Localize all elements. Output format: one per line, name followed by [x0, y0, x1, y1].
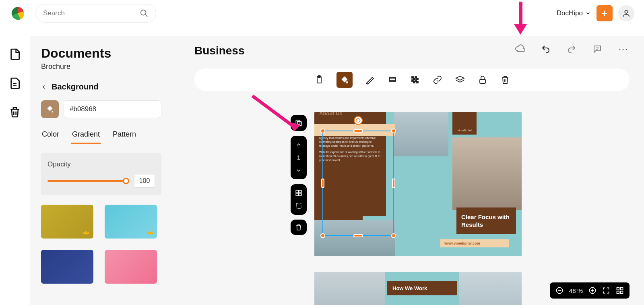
svg-line-37: [252, 96, 293, 126]
svg-rect-45: [621, 288, 623, 290]
background-back-button[interactable]: Background: [41, 82, 161, 91]
opacity-slider[interactable]: [47, 180, 128, 182]
account-avatar-button[interactable]: [618, 5, 634, 21]
zoom-level[interactable]: 48 %: [569, 287, 583, 294]
undo-icon[interactable]: [541, 44, 551, 54]
svg-line-2: [145, 15, 148, 17]
sidepanel-title: Documents: [41, 46, 161, 61]
resize-handle-n[interactable]: [353, 129, 363, 133]
crown-icon: [147, 230, 154, 235]
trash-icon: [295, 224, 302, 231]
background-color-chip[interactable]: [41, 100, 59, 118]
resize-handle-s[interactable]: [353, 234, 363, 237]
canvas-page-1[interactable]: About Us From an innovative app agency, …: [314, 112, 522, 256]
delete-button[interactable]: [500, 75, 510, 85]
brand-url: www.vinedigital.com: [440, 239, 509, 247]
sidepanel-subtitle: Brochure: [41, 62, 161, 71]
search-input-wrapper: [35, 4, 156, 23]
user-icon: [622, 9, 631, 18]
page-number: 1: [294, 153, 303, 162]
svg-point-10: [52, 111, 54, 113]
border-button[interactable]: [387, 75, 398, 85]
left-rail: [0, 36, 30, 305]
more-actions-icon[interactable]: ⋯: [618, 44, 630, 55]
resize-handle-w[interactable]: [321, 178, 324, 188]
workspace-switcher[interactable]: DocHipo: [557, 9, 591, 17]
rotate-handle[interactable]: [354, 116, 363, 125]
chevron-left-icon: [41, 84, 47, 90]
page-delete-button[interactable]: [291, 220, 307, 235]
tab-gradient[interactable]: Gradient: [71, 130, 101, 144]
selection-box[interactable]: [322, 131, 394, 236]
page-navigator: 1: [291, 136, 307, 179]
templates-icon[interactable]: [8, 77, 21, 89]
resize-handle-nw[interactable]: [320, 129, 325, 133]
gradient-swatch[interactable]: [105, 250, 157, 284]
grid-icon[interactable]: [294, 188, 303, 198]
layers-button[interactable]: [455, 75, 465, 85]
placeholder-image: [394, 112, 448, 156]
grid-view-button[interactable]: [616, 286, 624, 295]
cloud-sync-icon[interactable]: [515, 44, 525, 54]
gradient-swatch[interactable]: [41, 250, 93, 284]
new-document-button[interactable]: [597, 5, 613, 21]
resize-handle-ne[interactable]: [391, 129, 396, 133]
app-logo: [10, 5, 26, 21]
page-next-button[interactable]: [294, 166, 303, 175]
svg-rect-44: [617, 288, 619, 290]
svg-point-5: [625, 10, 627, 13]
svg-rect-32: [296, 190, 298, 193]
trash-icon[interactable]: [8, 106, 21, 118]
svg-marker-38: [288, 122, 301, 131]
placeholder-image: [452, 137, 522, 210]
brand-badge: vinedigital: [452, 112, 477, 135]
lock-button[interactable]: [477, 75, 488, 85]
fullscreen-button[interactable]: [602, 286, 610, 295]
svg-rect-36: [296, 203, 301, 208]
opacity-slider-knob[interactable]: [123, 178, 129, 184]
resize-handle-se[interactable]: [391, 233, 396, 238]
zoom-toolbar: 48 %: [550, 282, 630, 299]
annotation-arrow-diagonal: [249, 93, 305, 137]
canvas-actions: ⋯: [515, 44, 630, 55]
link-button[interactable]: [432, 75, 443, 85]
gradient-swatch[interactable]: [105, 205, 157, 239]
comment-icon[interactable]: [592, 44, 602, 54]
svg-rect-33: [299, 190, 301, 193]
gradient-swatch[interactable]: [41, 205, 93, 239]
svg-rect-17: [390, 78, 395, 81]
opacity-button[interactable]: [410, 75, 420, 85]
background-hex-input[interactable]: #b08968: [64, 100, 161, 118]
fill-color-button[interactable]: [336, 72, 353, 88]
gradient-swatch-grid: [41, 205, 161, 284]
opacity-card: Opacity 100: [41, 153, 161, 195]
resize-handle-e[interactable]: [392, 178, 395, 188]
background-type-tabs: Color Gradient Pattern: [41, 130, 161, 144]
stroke-button[interactable]: [365, 75, 375, 85]
page-grid-view-button: [291, 184, 307, 215]
redo-icon[interactable]: [567, 44, 576, 54]
selection-toolbar: [194, 68, 630, 91]
svg-rect-46: [617, 291, 619, 294]
svg-marker-26: [456, 76, 464, 80]
canvas-resize-icon[interactable]: [294, 201, 303, 211]
tab-color[interactable]: Color: [41, 130, 60, 144]
search-icon[interactable]: [140, 9, 149, 18]
zoom-in-button[interactable]: [588, 286, 597, 295]
page-title: Business: [194, 44, 245, 57]
clipboard-button[interactable]: [314, 75, 324, 85]
canvas-page-2[interactable]: How We Work: [314, 272, 522, 305]
crown-icon: [83, 230, 90, 235]
svg-point-1: [141, 10, 146, 15]
documents-icon[interactable]: [8, 48, 21, 60]
zoom-out-button[interactable]: [555, 286, 564, 295]
tab-pattern[interactable]: Pattern: [112, 130, 137, 144]
resize-handle-sw[interactable]: [320, 233, 325, 238]
sidepanel-documents: Documents Brochure Background #b08968 Co…: [30, 36, 173, 305]
chevron-down-icon: [585, 10, 591, 16]
page-prev-button[interactable]: [294, 140, 303, 149]
svg-rect-35: [299, 193, 301, 196]
search-input[interactable]: [43, 9, 140, 17]
opacity-value[interactable]: 100: [134, 174, 155, 188]
svg-point-15: [346, 82, 348, 83]
